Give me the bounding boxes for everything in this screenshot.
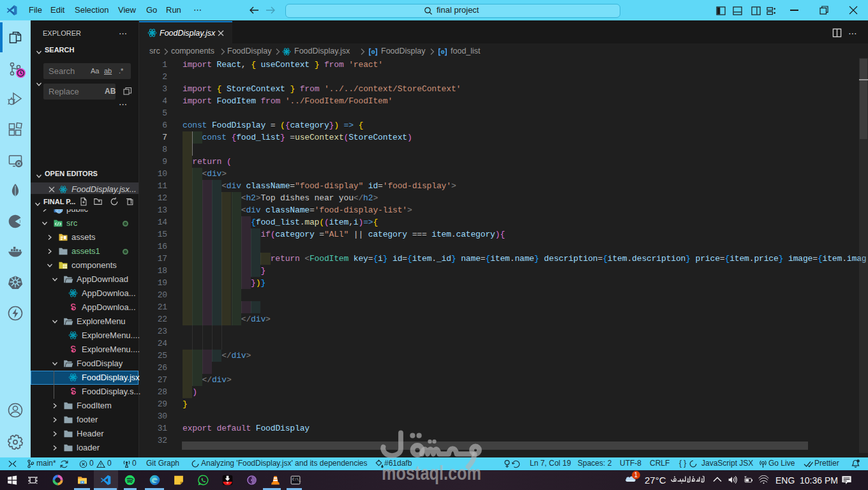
svg-text:C:\_: C:\_	[292, 477, 301, 482]
svg-text:mostaql.com: mostaql.com	[382, 462, 481, 484]
